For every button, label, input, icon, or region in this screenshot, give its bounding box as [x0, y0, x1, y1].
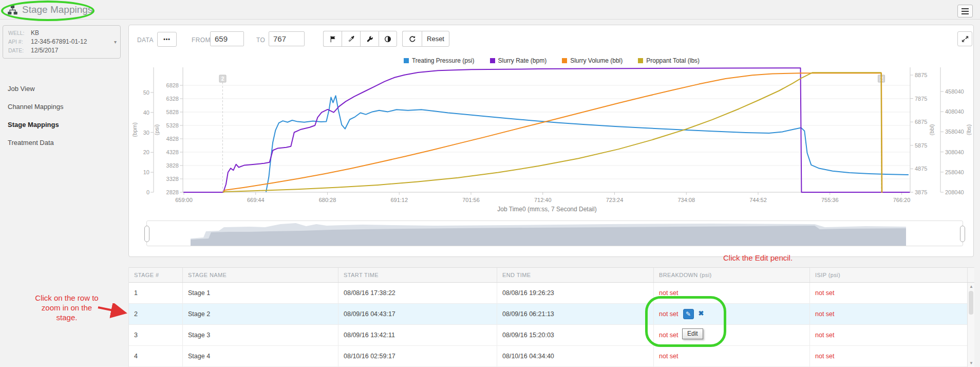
table-cell: not set: [810, 346, 968, 366]
table-scrollbar[interactable]: ▲ ▼: [967, 283, 974, 367]
svg-text:(bbl): (bbl): [929, 124, 935, 135]
table-cell: Stage 4: [183, 346, 338, 366]
flag-icon: [329, 35, 336, 43]
column-header[interactable]: STAGE #: [129, 268, 183, 282]
svg-text:734:08: 734:08: [677, 197, 695, 203]
table-cell: 08/09/16 13:42:11: [338, 325, 497, 345]
data-more-button[interactable]: •••: [157, 32, 177, 47]
wrench-icon: [366, 35, 373, 43]
svg-text:6828: 6828: [166, 82, 179, 88]
chart-plot[interactable]: 01020304050(bpm)282833283828432848285328…: [130, 49, 974, 219]
well-row: WELL:KB: [8, 29, 115, 38]
from-input[interactable]: [210, 31, 244, 46]
column-header[interactable]: STAGE NAME: [183, 268, 338, 282]
hamburger-icon: [962, 8, 969, 14]
sitemap-icon: [8, 5, 17, 15]
scrollbar-thumb[interactable]: [969, 291, 973, 315]
column-header[interactable]: START TIME: [338, 268, 497, 282]
table-cell: 08/10/16 04:34:40: [497, 346, 654, 366]
sidebar-item-treatment-data[interactable]: Treatment Data: [0, 134, 122, 152]
table-header-row: STAGE #STAGE NAMESTART TIMEEND TIMEBREAK…: [129, 268, 974, 283]
table-cell: not set: [810, 325, 968, 345]
well-value: KB: [31, 29, 39, 36]
api-row: API #:12-345-67891-01-12: [8, 38, 115, 46]
navigator-left-handle[interactable]: [144, 226, 149, 242]
from-label: FROM: [192, 36, 211, 44]
svg-text:5328: 5328: [166, 122, 179, 129]
well-info-card[interactable]: WELL:KB API #:12-345-67891-01-12 DATE:12…: [3, 25, 121, 59]
sidebar-nav: Job ViewChannel MappingsStage MappingsTr…: [0, 80, 122, 152]
remove-icon[interactable]: ✖: [699, 309, 704, 317]
contrast-icon: [384, 35, 391, 43]
table-cell: 08/08/16 19:26:23: [497, 283, 654, 303]
svg-text:3875: 3875: [915, 189, 927, 195]
svg-text:766:20: 766:20: [893, 197, 911, 203]
chart-panel: DATA ••• FROM TO Reset: [128, 25, 974, 257]
svg-text:20: 20: [143, 149, 149, 155]
table-cell: 4: [129, 346, 183, 366]
svg-text:258040: 258040: [945, 169, 964, 175]
column-header[interactable]: ISIP (psi): [810, 268, 968, 282]
svg-text:723:24: 723:24: [606, 197, 624, 203]
sidebar-item-channel-mappings[interactable]: Channel Mappings: [0, 98, 122, 116]
table-row-stage-4[interactable]: 4Stage 408/10/16 02:59:1708/10/16 04:34:…: [129, 346, 974, 367]
table-cell: 1: [129, 283, 183, 303]
not-set-value: not set: [659, 310, 679, 318]
refresh-button[interactable]: [402, 31, 422, 47]
svg-text:10: 10: [143, 169, 149, 175]
table-row-stage-2[interactable]: 2Stage 208/09/16 04:43:1708/09/16 06:21:…: [129, 304, 974, 325]
svg-text:(bpm): (bpm): [131, 122, 138, 137]
svg-text:2828: 2828: [166, 189, 179, 195]
svg-text:8875: 8875: [915, 72, 927, 78]
scroll-up-icon[interactable]: ▲: [968, 284, 974, 289]
stage-table: STAGE #STAGE NAMESTART TIMEEND TIMEBREAK…: [128, 267, 974, 367]
expand-icon: [962, 35, 969, 43]
svg-text:5828: 5828: [166, 109, 179, 115]
fullscreen-button[interactable]: [957, 31, 972, 46]
reset-button[interactable]: Reset: [422, 31, 449, 47]
svg-text:680:28: 680:28: [319, 197, 336, 203]
svg-text:7875: 7875: [915, 96, 927, 102]
svg-text:458040: 458040: [945, 88, 964, 95]
svg-text:408040: 408040: [945, 108, 964, 115]
navigator-silhouette: [147, 221, 963, 246]
refresh-group: Reset: [402, 31, 449, 47]
column-header[interactable]: BREAKDOWN (psi): [654, 268, 810, 282]
wrench-button[interactable]: [360, 31, 379, 47]
data-label: DATA: [137, 36, 154, 44]
table-row-stage-1[interactable]: 1Stage 108/08/16 17:38:2208/08/16 19:26:…: [129, 283, 974, 304]
edit-tooltip: Edit: [682, 328, 703, 339]
svg-text:(lbs): (lbs): [966, 124, 972, 135]
app-root: Stage Mappings WELL:KB API #:12-345-6789…: [0, 0, 980, 367]
to-input[interactable]: [269, 31, 305, 46]
contrast-button[interactable]: [379, 31, 397, 47]
eyedropper-button[interactable]: [342, 31, 360, 47]
svg-text:40: 40: [143, 109, 149, 116]
sidebar-item-job-view[interactable]: Job View: [0, 80, 122, 98]
table-cell: not set: [654, 346, 810, 366]
table-cell: Stage 3: [183, 325, 338, 345]
not-set-value: not set: [815, 353, 835, 360]
svg-text:755:36: 755:36: [821, 197, 839, 203]
table-cell: 08/10/16 02:59:17: [338, 346, 497, 366]
chevron-down-icon[interactable]: ▾: [114, 39, 117, 45]
table-cell: 08/09/16 06:21:13: [497, 304, 654, 324]
table-cell: not set: [810, 283, 968, 303]
column-header[interactable]: END TIME: [497, 268, 654, 282]
date-value: 12/5/2017: [31, 47, 58, 54]
chart-navigator[interactable]: [146, 221, 963, 246]
table-row-stage-3[interactable]: 3Stage 308/09/16 13:42:1108/09/16 15:20:…: [129, 325, 974, 346]
flag-button[interactable]: [323, 31, 342, 47]
chart-tools-group: [323, 31, 397, 47]
scroll-down-icon[interactable]: ▼: [968, 361, 974, 365]
navigator-right-handle[interactable]: [960, 226, 965, 242]
sidebar-item-stage-mappings[interactable]: Stage Mappings: [0, 116, 122, 134]
hamburger-menu-button[interactable]: [957, 5, 973, 17]
edit-pencil-button[interactable]: ✎: [683, 309, 694, 319]
not-set-value: not set: [815, 289, 835, 297]
top-header-bar: Stage Mappings: [0, 0, 980, 20]
table-cell: not set: [810, 304, 968, 324]
svg-text:(psi): (psi): [154, 124, 160, 135]
svg-text:3328: 3328: [166, 176, 179, 182]
svg-text:691:12: 691:12: [390, 197, 408, 203]
